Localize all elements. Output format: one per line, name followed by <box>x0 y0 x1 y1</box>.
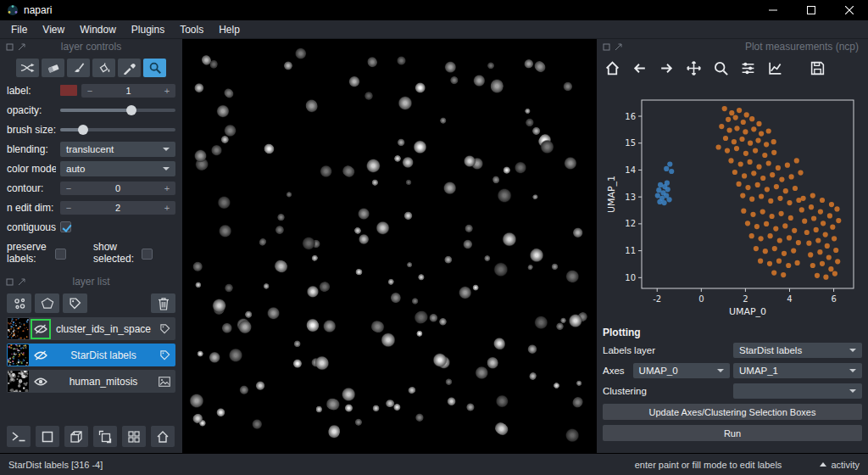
image-layer-type-icon <box>158 377 171 387</box>
menu-view[interactable]: View <box>35 24 72 36</box>
slider-handle[interactable] <box>78 125 88 135</box>
axis-y-select[interactable]: UMAP_1 <box>733 363 862 378</box>
transpose-dimensions-button[interactable] <box>93 426 117 447</box>
float-panel-icon[interactable] <box>603 43 610 51</box>
label-value[interactable]: 1 <box>98 86 159 96</box>
layer-controls-titlebar: layer controls <box>0 39 182 54</box>
left-dock: layer controls <box>0 39 182 453</box>
paint-tool-button[interactable] <box>67 59 90 77</box>
label-color-swatch[interactable] <box>60 85 77 96</box>
roll-dimensions-button[interactable] <box>64 426 88 447</box>
console-button[interactable] <box>7 426 31 447</box>
grid-view-button[interactable] <box>122 426 146 447</box>
new-labels-layer-button[interactable] <box>63 293 87 313</box>
n-edit-dim-value[interactable]: 2 <box>77 203 159 213</box>
new-points-layer-button[interactable] <box>7 293 31 313</box>
chevron-up-icon <box>820 462 826 467</box>
toggle-ndisplay-button[interactable] <box>36 426 59 447</box>
erase-tool-button[interactable] <box>42 59 64 77</box>
svg-text:UMAP_1: UMAP_1 <box>606 176 617 213</box>
activity-button[interactable]: activity <box>820 460 860 470</box>
color-mode-select[interactable]: auto <box>60 161 175 176</box>
grid-icon <box>127 430 141 444</box>
plot-home-button[interactable] <box>604 60 620 76</box>
plot-figure-options-button[interactable] <box>767 60 783 76</box>
label-increment-button[interactable]: + <box>159 86 175 96</box>
label-field-label: label: <box>7 85 56 97</box>
run-button[interactable]: Run <box>603 425 862 441</box>
preserve-labels-checkbox[interactable] <box>55 249 66 260</box>
new-shapes-layer-button[interactable] <box>35 293 59 313</box>
hide-panel-icon[interactable] <box>18 278 25 286</box>
plot-zoom-button[interactable] <box>713 60 729 76</box>
clustering-row: Clustering <box>603 383 862 399</box>
plot-back-button[interactable] <box>632 60 648 76</box>
menu-window[interactable]: Window <box>72 24 124 36</box>
contiguous-checkbox[interactable] <box>60 221 71 232</box>
visibility-toggle[interactable] <box>32 321 49 338</box>
minimize-button[interactable] <box>754 0 792 20</box>
plot-measurements-dock: Plot measurements (ncp) <box>597 39 868 453</box>
hide-panel-icon[interactable] <box>615 43 622 51</box>
visibility-toggle[interactable] <box>32 373 49 390</box>
show-selected-checkbox[interactable] <box>142 249 153 260</box>
float-panel-icon[interactable] <box>6 278 14 286</box>
home-reset-view-button[interactable] <box>151 426 175 447</box>
label-decrement-button[interactable]: − <box>81 86 98 96</box>
opacity-slider[interactable] <box>60 104 175 116</box>
delete-layer-button[interactable] <box>151 293 175 313</box>
shuffle-icon <box>20 62 35 74</box>
menu-help[interactable]: Help <box>211 24 248 36</box>
slider-handle[interactable] <box>126 105 136 115</box>
contour-increment-button[interactable]: + <box>159 183 175 193</box>
contour-spinbox: − 0 + <box>60 182 175 195</box>
visibility-toggle[interactable] <box>32 347 49 364</box>
layer-row-human-mitosis[interactable]: human_mitosis <box>7 370 175 393</box>
chevron-down-icon <box>849 349 856 352</box>
labels-layer-select[interactable]: StarDist labels <box>733 343 862 358</box>
float-panel-icon[interactable] <box>6 43 14 51</box>
magnifier-icon <box>148 61 162 75</box>
line-chart-icon <box>767 60 783 76</box>
opacity-row: opacity: <box>0 100 182 120</box>
svg-text:10: 10 <box>625 273 636 282</box>
close-button[interactable] <box>830 0 868 20</box>
layer-list-title: layer list <box>0 276 182 288</box>
layer-thumbnail <box>8 318 29 339</box>
n-edit-dim-increment-button[interactable]: + <box>159 203 175 213</box>
pick-color-button[interactable] <box>118 59 141 77</box>
svg-text:UMAP_0: UMAP_0 <box>729 306 766 317</box>
contour-label: contour: <box>7 182 56 194</box>
fill-tool-button[interactable] <box>92 59 115 77</box>
plot-subplots-button[interactable] <box>740 60 756 76</box>
contour-decrement-button[interactable]: − <box>60 183 77 193</box>
n-edit-dim-decrement-button[interactable]: − <box>60 203 77 213</box>
arrow-right-icon <box>659 60 675 76</box>
arrow-left-icon <box>632 60 648 76</box>
viewer-canvas[interactable] <box>182 39 597 453</box>
maximize-button[interactable] <box>792 0 830 20</box>
menu-tools[interactable]: Tools <box>172 24 211 36</box>
microscopy-image-canvas[interactable] <box>182 39 597 453</box>
update-axes-clustering-button[interactable]: Update Axes/Clustering Selection Boxes <box>603 404 862 420</box>
shuffle-colors-button[interactable] <box>16 59 39 77</box>
umap-scatter-plot[interactable]: -2024610111213141516UMAP_0UMAP_1 <box>604 93 860 321</box>
menu-file[interactable]: File <box>3 24 35 36</box>
layer-row-cluster-ids-in-space[interactable]: cluster_ids_in_space <box>7 317 175 340</box>
hide-panel-icon[interactable] <box>18 43 25 51</box>
contour-value[interactable]: 0 <box>77 183 159 193</box>
plot-save-button[interactable] <box>810 60 826 76</box>
layer-row-stardist-labels[interactable]: StarDist labels <box>7 344 175 366</box>
fill-bucket-icon <box>97 62 111 75</box>
brush-size-slider[interactable] <box>60 124 175 136</box>
window-title: napari <box>24 4 52 16</box>
labels-layer-row: Labels layer StarDist labels <box>603 343 862 358</box>
plot-pan-button[interactable] <box>686 60 702 76</box>
plot-forward-button[interactable] <box>659 60 675 76</box>
pan-zoom-tool-button[interactable] <box>143 59 166 77</box>
axis-x-select[interactable]: UMAP_0 <box>633 363 730 378</box>
clustering-select[interactable] <box>733 383 862 399</box>
blending-select[interactable]: translucent <box>60 142 175 157</box>
maximize-icon <box>807 6 815 14</box>
menu-plugins[interactable]: Plugins <box>124 24 172 36</box>
